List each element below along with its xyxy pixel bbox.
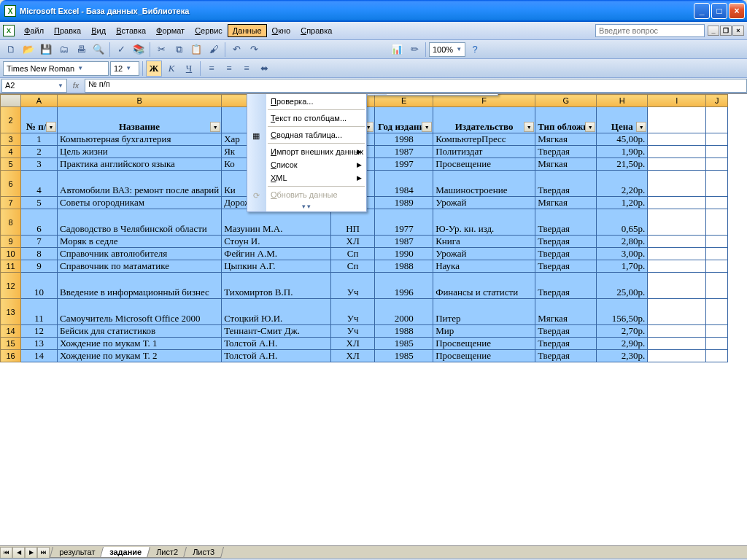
cell[interactable]: Тихомиртов В.П.	[222, 273, 331, 299]
chart-icon[interactable]: 📊	[389, 42, 405, 58]
cell[interactable]: 1,20р.	[597, 197, 648, 209]
cell[interactable]: Твердая	[535, 146, 597, 158]
submenu-item[interactable]: Расширенный фильтр...	[368, 93, 498, 95]
menu-item[interactable]: Импорт внешних данных▶	[247, 145, 366, 158]
doc-restore-button[interactable]: ❐	[720, 26, 732, 36]
header-cell[interactable]: Издательство▼	[433, 107, 535, 133]
cell[interactable]: Наука	[433, 260, 535, 273]
sheet-tab[interactable]: Лист2	[147, 547, 187, 558]
cell[interactable]: Стоцкий Ю.И.	[222, 299, 331, 325]
cell[interactable]: Толстой А.Н.	[222, 350, 331, 362]
row-header[interactable]: 7	[1, 197, 21, 209]
cell[interactable]: Уч	[331, 273, 375, 299]
cell[interactable]: 2,90р.	[597, 338, 648, 350]
row-header[interactable]: 8	[1, 209, 21, 236]
underline-button[interactable]: Ч	[181, 61, 197, 77]
font-combo[interactable]: Times New Roman▼	[3, 61, 109, 76]
filter-arrow-icon[interactable]: ▼	[46, 122, 56, 132]
new-icon[interactable]: 🗋	[3, 42, 19, 58]
cell[interactable]	[648, 158, 706, 171]
header-cell[interactable]: Год издания▼	[375, 107, 433, 133]
menu-item[interactable]: XML▶	[247, 171, 366, 184]
font-size-combo[interactable]: 12▼	[110, 61, 139, 76]
row-header[interactable]: 9	[1, 236, 21, 248]
cell[interactable]: 1996	[375, 273, 433, 299]
close-button[interactable]: ×	[729, 3, 745, 19]
cell[interactable]: ХЛ	[331, 350, 375, 362]
cell[interactable]	[648, 273, 706, 299]
cell[interactable]: НП	[331, 209, 375, 236]
cell[interactable]: Хождение по мукам Т. 2	[58, 350, 222, 362]
sheet-tab[interactable]: Лист3	[183, 547, 224, 558]
tab-nav-next-icon[interactable]: ▶	[25, 547, 37, 559]
cell[interactable]: Ю-Ур. кн. изд.	[433, 209, 535, 236]
spelling-icon[interactable]: ✓	[113, 42, 129, 58]
cell[interactable]: 2000	[375, 299, 433, 325]
cell[interactable]	[706, 158, 728, 171]
cell[interactable]: 6	[21, 209, 58, 236]
tab-nav-prev-icon[interactable]: ◀	[12, 547, 25, 559]
cell[interactable]: Мазунин М.А.	[222, 209, 331, 236]
cell[interactable]: Бейсик для статистиков	[58, 325, 222, 338]
cell[interactable]	[648, 248, 706, 260]
cell[interactable]	[706, 260, 728, 273]
row-header[interactable]: 16	[1, 350, 21, 362]
cell[interactable]	[648, 260, 706, 273]
col-header-B[interactable]: B	[58, 95, 222, 107]
row-header[interactable]: 11	[1, 260, 21, 273]
cell[interactable]: 1988	[375, 325, 433, 338]
col-header-H[interactable]: H	[597, 95, 648, 107]
row-header[interactable]: 6	[1, 171, 21, 197]
cell[interactable]: 2,70р.	[597, 325, 648, 338]
maximize-button[interactable]: □	[711, 3, 727, 19]
undo-icon[interactable]: ↶	[228, 42, 244, 58]
menu-item[interactable]: Проверка...	[247, 95, 366, 108]
cell[interactable]: Сп	[331, 248, 375, 260]
doc-close-button[interactable]: ×	[732, 26, 744, 36]
cell[interactable]	[706, 146, 728, 158]
cell[interactable]: Твердая	[535, 273, 597, 299]
merge-icon[interactable]: ⬌	[256, 61, 272, 77]
cell[interactable]: 10	[21, 273, 58, 299]
col-header-I[interactable]: I	[648, 95, 706, 107]
menu-item[interactable]: Список▶	[247, 158, 366, 171]
cell[interactable]: 9	[21, 260, 58, 273]
row-header[interactable]: 12	[1, 273, 21, 299]
col-header-J[interactable]: J	[706, 95, 728, 107]
cell[interactable]: 1997	[375, 158, 433, 171]
drawing-icon[interactable]: ✏	[406, 42, 422, 58]
cell[interactable]: Самоучитель Microsoft Office 2000	[58, 299, 222, 325]
cell[interactable]: Просвещение	[433, 350, 535, 362]
cell[interactable]: 7	[21, 236, 58, 248]
cell[interactable]: Питер	[433, 299, 535, 325]
row-header[interactable]: 5	[1, 158, 21, 171]
cell[interactable]: 3,00р.	[597, 248, 648, 260]
cell[interactable]: 1988	[375, 260, 433, 273]
cell[interactable]: Стоун И.	[222, 236, 331, 248]
cell[interactable]: 1,70р.	[597, 260, 648, 273]
cell[interactable]: 2,20р.	[597, 171, 648, 197]
menu-файл[interactable]: Файл	[19, 24, 49, 37]
cell[interactable]: Хождение по мукам Т. 1	[58, 338, 222, 350]
cell[interactable]: 11	[21, 299, 58, 325]
cell[interactable]: Урожай	[433, 197, 535, 209]
menu-вставка[interactable]: Вставка	[111, 24, 151, 37]
cell[interactable]: Мягкая	[535, 299, 597, 325]
cell[interactable]: Мягкая	[535, 197, 597, 209]
cell[interactable]: Теннант-Смит Дж.	[222, 325, 331, 338]
col-header-A[interactable]: A	[21, 95, 58, 107]
save-icon[interactable]: 💾	[38, 42, 54, 58]
cell[interactable]: 4	[21, 171, 58, 197]
cell[interactable]	[706, 197, 728, 209]
header-cell[interactable]: Цена▼	[597, 107, 648, 133]
cell[interactable]: 1990	[375, 248, 433, 260]
row-header[interactable]: 2	[1, 107, 21, 133]
cell[interactable]: ХЛ	[331, 338, 375, 350]
cell[interactable]	[706, 350, 728, 362]
menu-вид[interactable]: Вид	[86, 24, 111, 37]
cell[interactable]: 1987	[375, 146, 433, 158]
cell[interactable]: Уч	[331, 299, 375, 325]
cell[interactable]: 45,00р.	[597, 133, 648, 146]
cell[interactable]: Мир	[433, 325, 535, 338]
redo-icon[interactable]: ↷	[246, 42, 262, 58]
